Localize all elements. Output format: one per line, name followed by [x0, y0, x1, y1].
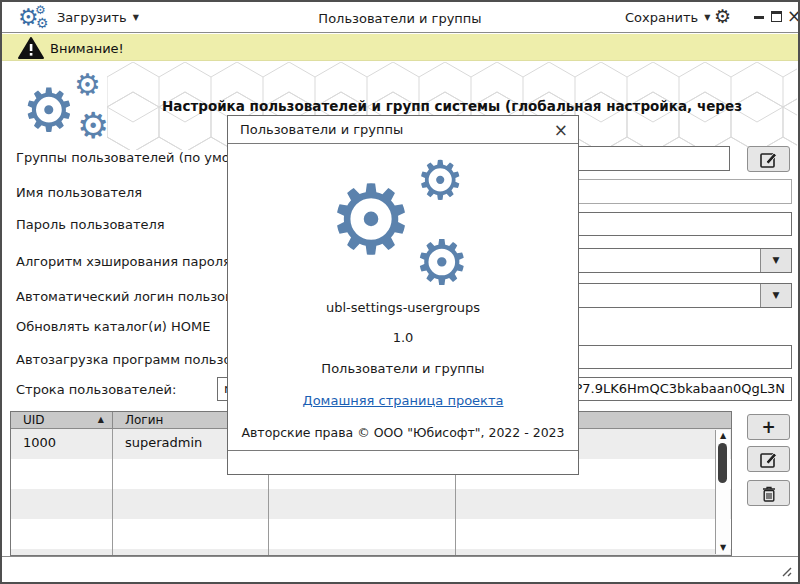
warning-bar: Внимание!	[2, 34, 798, 61]
app-logo-gears: ⚙ ⚙ ⚙	[22, 66, 117, 146]
hash-algo-label: Алгоритм хэширования пароля:	[16, 254, 235, 269]
edit-groups-button[interactable]	[747, 146, 790, 172]
gear-icon: ⚙	[416, 154, 464, 208]
app-version: 1.0	[228, 330, 578, 345]
load-menu-button[interactable]: Загрузить▼	[57, 10, 139, 25]
trash-icon	[761, 485, 777, 502]
username-label: Имя пользователя	[16, 185, 142, 200]
dialog-titlebar[interactable]: Пользователи и группы ×	[228, 116, 578, 144]
update-home-label: Обновлять каталог(и) HOME	[16, 319, 210, 334]
save-menu-button[interactable]: Сохранить▼	[625, 10, 710, 25]
gear-icon: ⚙	[328, 172, 414, 268]
autostart-label: Автозагрузка программ пользовате	[16, 352, 263, 367]
password-label: Пароль пользователя	[16, 217, 165, 232]
app-description: Пользователи и группы	[228, 361, 578, 376]
gear-icon: ⚙	[74, 70, 101, 100]
uid-cell: 1000	[11, 429, 113, 459]
about-dialog: Пользователи и группы × ⚙ ⚙ ⚙ ubl-settin…	[227, 115, 579, 475]
homepage-link[interactable]: Домашняя страница проекта	[303, 393, 504, 408]
gear-icon: ⚙	[414, 232, 470, 294]
dropdown-arrow-icon[interactable]: ▼	[760, 249, 791, 272]
scrollbar-thumb[interactable]	[718, 443, 727, 483]
status-bar	[2, 556, 798, 582]
maximize-button[interactable]	[771, 11, 782, 22]
dropdown-arrow-icon[interactable]: ▼	[760, 284, 791, 307]
scroll-up-icon[interactable]: ▲	[716, 430, 730, 442]
load-menu-label: Загрузить	[57, 10, 127, 25]
delete-user-button[interactable]	[747, 480, 790, 506]
window-close-button[interactable]: ×	[787, 6, 800, 26]
edit-user-button[interactable]	[747, 446, 790, 472]
edit-pencil-icon	[760, 151, 778, 168]
dialog-footer	[228, 450, 578, 474]
chevron-down-icon: ▼	[133, 13, 139, 22]
dialog-logo-gears: ⚙ ⚙ ⚙	[228, 144, 578, 294]
app-window: ⚙ ⚙ ⚙ Загрузить▼ Пользователи и группы С…	[0, 0, 800, 584]
column-header-uid[interactable]: UID▲	[11, 412, 113, 428]
minimize-button[interactable]	[754, 16, 764, 19]
users-string-label: Строка пользователей:	[16, 382, 176, 397]
settings-gear-icon[interactable]: ⚙	[714, 7, 731, 26]
gear-icon: ⚙	[77, 108, 109, 144]
uid-header-label: UID	[23, 413, 45, 427]
table-scrollbar[interactable]: ▲ ▼	[715, 430, 730, 554]
plus-icon: +	[761, 417, 775, 437]
toolbar: ⚙ ⚙ ⚙ Загрузить▼ Пользователи и группы С…	[2, 2, 798, 33]
gear-icon: ⚙	[36, 16, 49, 30]
table-row-empty	[11, 549, 731, 556]
copyright-text: Авторские права © ООО "Юбисофт", 2022 - …	[228, 425, 578, 440]
table-row-empty	[11, 489, 731, 519]
dialog-title: Пользователи и группы	[240, 122, 403, 137]
chevron-down-icon: ▼	[704, 13, 710, 22]
warning-text: Внимание!	[50, 41, 124, 56]
edit-pencil-icon	[760, 451, 778, 468]
add-user-button[interactable]: +	[747, 414, 790, 440]
dialog-close-button[interactable]: ×	[554, 119, 568, 141]
sort-ascending-icon: ▲	[98, 415, 104, 424]
users-string-value-end: EP7.9LK6HmQC3bkabaan0QgL3N	[566, 381, 785, 396]
save-menu-label: Сохранить	[625, 10, 698, 25]
gear-icon: ⚙	[22, 80, 76, 140]
resize-grip[interactable]	[779, 564, 792, 577]
app-gears-icon: ⚙ ⚙ ⚙	[18, 5, 52, 32]
app-name: ubl-settings-usergroups	[228, 300, 578, 315]
login-header-label: Логин	[125, 413, 163, 427]
warning-triangle-icon	[18, 37, 44, 63]
table-row-empty	[11, 519, 731, 549]
scroll-down-icon[interactable]: ▼	[716, 542, 730, 554]
